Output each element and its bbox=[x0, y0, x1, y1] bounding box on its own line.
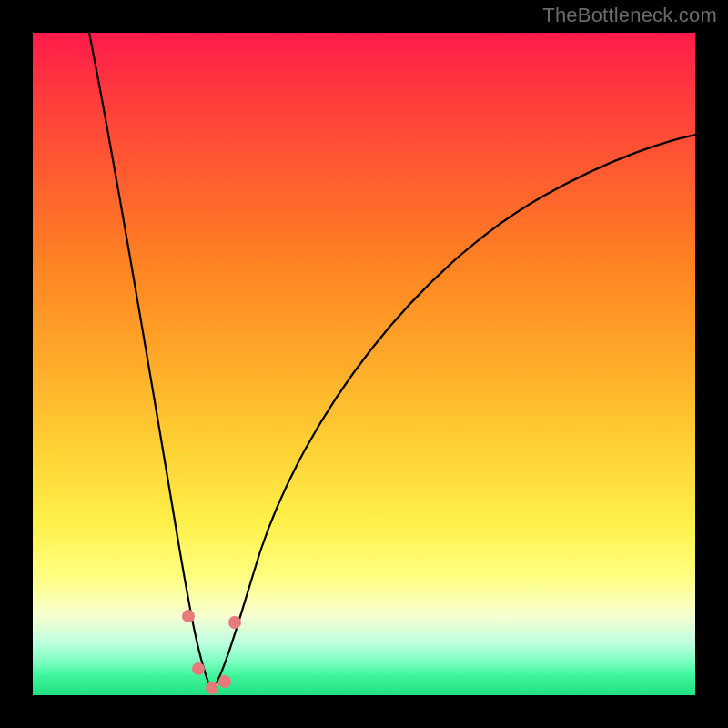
chart-container: TheBottleneck.com bbox=[0, 0, 728, 728]
left-curve bbox=[89, 33, 212, 692]
data-point bbox=[182, 610, 195, 622]
data-point bbox=[218, 675, 231, 688]
plot-area bbox=[33, 33, 695, 695]
watermark-text: TheBottleneck.com bbox=[542, 4, 717, 27]
data-point bbox=[206, 682, 218, 694]
chart-svg bbox=[33, 33, 695, 695]
data-points bbox=[182, 610, 241, 694]
right-curve bbox=[212, 135, 695, 692]
data-point bbox=[228, 616, 241, 629]
data-point bbox=[192, 662, 205, 675]
